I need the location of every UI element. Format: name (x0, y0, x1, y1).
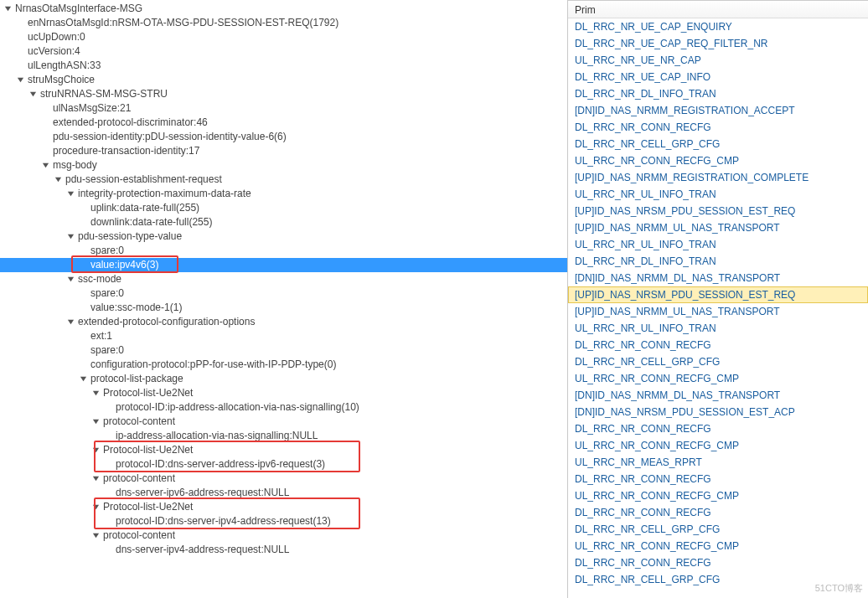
tree-node-label: procedure-transaction-identity:17 (53, 144, 199, 158)
prim-item[interactable]: DL_RRC_NR_UE_CAP_INFO (568, 69, 868, 85)
prim-item[interactable]: DL_RRC_NR_CONN_RECFG (568, 420, 868, 437)
tree-row[interactable]: ulNasMsgSize:21 (0, 101, 567, 116)
tree-expand-icon[interactable] (66, 275, 75, 284)
prim-item[interactable]: DL_RRC_NR_CELL_GRP_CFG (568, 136, 868, 152)
tree-row[interactable]: Protocol-list-Ue2Net (0, 500, 567, 514)
tree-row[interactable]: protocol-content (0, 472, 567, 486)
tree-row[interactable]: NrnasOtaMsgInterface-MSG (0, 2, 567, 16)
tree-row[interactable]: downlink:data-rate-full(255) (0, 215, 567, 229)
tree-row[interactable]: extended-protocol-discriminator:46 (0, 116, 567, 130)
prim-list[interactable]: DL_RRC_NR_UE_CAP_ENQUIRYDL_RRC_NR_UE_CAP… (568, 18, 868, 588)
tree-row[interactable]: ucUpDown:0 (0, 30, 567, 44)
tree-expand-icon[interactable] (79, 374, 88, 384)
tree-node-label: extended-protocol-configuration-options (78, 315, 255, 329)
tree-row[interactable]: configuration-protocol:pPP-for-use-with-… (0, 358, 567, 372)
prim-item[interactable]: DL_RRC_NR_DL_INFO_TRAN (568, 253, 868, 270)
tree-node-label: struMsgChoice (28, 73, 95, 87)
tree-row[interactable]: spare:0 (0, 286, 567, 301)
tree-row[interactable]: ext:1 (0, 329, 567, 343)
tree-expand-icon[interactable] (16, 75, 25, 85)
prim-item[interactable]: DL_RRC_NR_CONN_RECFG (568, 337, 868, 353)
tree-expand-icon[interactable] (41, 161, 50, 170)
tree-row[interactable]: struNRNAS-SM-MSG-STRU (0, 87, 567, 101)
tree-row[interactable]: Protocol-list-Ue2Net (0, 386, 567, 400)
tree-expand-icon[interactable] (54, 175, 63, 184)
prim-item[interactable]: DL_RRC_NR_CELL_GRP_CFG (568, 521, 868, 538)
tree-row[interactable]: ucVersion:4 (0, 44, 567, 59)
tree-row[interactable]: ip-address-allocation-via-nas-signalling… (0, 429, 567, 443)
tree-expand-icon[interactable] (66, 317, 75, 327)
tree-expand-icon[interactable] (91, 474, 101, 483)
tree-row[interactable]: dns-server-ipv4-address-request:NULL (0, 543, 567, 557)
tree-row[interactable]: procedure-transaction-identity:17 (0, 144, 567, 158)
prim-item[interactable]: DL_RRC_NR_CONN_RECFG (568, 504, 868, 521)
tree-no-icon (16, 47, 25, 56)
tree-node-label: ucUpDown:0 (28, 30, 85, 44)
tree-row[interactable]: protocol-content (0, 415, 567, 429)
tree-expand-icon[interactable] (91, 417, 101, 426)
tree-no-icon (41, 104, 50, 113)
tree-node-label: protocol-ID:dns-server-ipv4-address-requ… (116, 514, 331, 528)
tree-row[interactable]: value:ssc-mode-1(1) (0, 301, 567, 315)
tree-row[interactable]: protocol-content (0, 528, 567, 543)
tree-row[interactable]: enNrnasOtaMsgId:nRSM-OTA-MSG-PDU-SESSION… (0, 16, 567, 30)
tree-row[interactable]: pdu-session-establishment-request (0, 173, 567, 187)
tree-row[interactable]: spare:0 (0, 244, 567, 258)
tree-expand-icon[interactable] (91, 531, 101, 540)
tree-expand-icon[interactable] (66, 232, 75, 241)
prim-item[interactable]: DL_RRC_NR_UE_CAP_ENQUIRY (568, 18, 868, 35)
tree-row[interactable]: dns-server-ipv6-address-request:NULL (0, 486, 567, 500)
tree-row[interactable]: ulLengthASN:33 (0, 59, 567, 73)
prim-item[interactable]: [DN]ID_NAS_NRMM_DL_NAS_TRANSPORT (568, 270, 868, 286)
prim-item[interactable]: [DN]ID_NAS_NRMM_DL_NAS_TRANSPORT (568, 387, 868, 404)
tree-row[interactable]: pdu-session-identity:pDU-session-identit… (0, 130, 567, 144)
tree-row[interactable]: ssc-mode (0, 272, 567, 286)
tree-expand-icon[interactable] (66, 189, 75, 198)
prim-item[interactable]: DL_RRC_NR_CONN_RECFG (568, 471, 868, 487)
prim-item[interactable]: [UP]ID_NAS_NRMM_REGISTRATION_COMPLETE (568, 169, 868, 186)
tree-row[interactable]: struMsgChoice (0, 73, 567, 87)
tree-row[interactable]: msg-body (0, 158, 567, 173)
tree-row[interactable]: protocol-ID:dns-server-ipv4-address-requ… (0, 514, 567, 528)
message-tree[interactable]: NrnasOtaMsgInterface-MSGenNrnasOtaMsgId:… (0, 0, 567, 582)
prim-item[interactable]: UL_RRC_NR_MEAS_RPRT (568, 454, 868, 471)
prim-item[interactable]: UL_RRC_NR_CONN_RECFG_CMP (568, 437, 868, 454)
prim-item[interactable]: [UP]ID_NAS_NRMM_UL_NAS_TRANSPORT (568, 303, 868, 320)
tree-row[interactable]: protocol-ID:dns-server-address-ipv6-requ… (0, 457, 567, 472)
prim-item[interactable]: [DN]ID_NAS_NRSM_PDU_SESSION_EST_ACP (568, 404, 868, 420)
tree-row[interactable]: protocol-list-package (0, 372, 567, 386)
prim-list-pane[interactable]: Prim DL_RRC_NR_UE_CAP_ENQUIRYDL_RRC_NR_U… (568, 0, 868, 598)
prim-item[interactable]: UL_RRC_NR_UL_INFO_TRAN (568, 320, 868, 337)
prim-item[interactable]: UL_RRC_NR_CONN_RECFG_CMP (568, 370, 868, 387)
prim-item[interactable]: [UP]ID_NAS_NRSM_PDU_SESSION_EST_REQ (568, 286, 868, 303)
tree-node-label: struNRNAS-SM-MSG-STRU (40, 87, 168, 101)
prim-item[interactable]: UL_RRC_NR_CONN_RECFG_CMP (568, 538, 868, 554)
prim-item[interactable]: DL_RRC_NR_CONN_RECFG (568, 554, 868, 571)
tree-row[interactable]: Protocol-list-Ue2Net (0, 443, 567, 457)
tree-row[interactable]: value:ipv4v6(3) (0, 258, 567, 272)
prim-item[interactable]: UL_RRC_NR_UL_INFO_TRAN (568, 186, 868, 203)
tree-expand-icon[interactable] (91, 503, 101, 512)
prim-item[interactable]: UL_RRC_NR_UL_INFO_TRAN (568, 236, 868, 253)
prim-item[interactable]: DL_RRC_NR_DL_INFO_TRAN (568, 85, 868, 102)
tree-expand-icon[interactable] (28, 90, 38, 99)
prim-item[interactable]: [UP]ID_NAS_NRMM_UL_NAS_TRANSPORT (568, 219, 868, 236)
prim-item[interactable]: UL_RRC_NR_CONN_RECFG_CMP (568, 152, 868, 169)
tree-expand-icon[interactable] (91, 446, 101, 455)
prim-item[interactable]: [UP]ID_NAS_NRSM_PDU_SESSION_EST_REQ (568, 203, 868, 219)
prim-item[interactable]: DL_RRC_NR_CONN_RECFG (568, 119, 868, 136)
message-tree-pane[interactable]: NrnasOtaMsgInterface-MSGenNrnasOtaMsgId:… (0, 0, 568, 598)
tree-row[interactable]: spare:0 (0, 343, 567, 358)
prim-item[interactable]: UL_RRC_NR_UE_NR_CAP (568, 52, 868, 69)
prim-item[interactable]: UL_RRC_NR_CONN_RECFG_CMP (568, 487, 868, 504)
tree-row[interactable]: uplink:data-rate-full(255) (0, 201, 567, 215)
tree-row[interactable]: pdu-session-type-value (0, 229, 567, 244)
prim-item[interactable]: DL_RRC_NR_UE_CAP_REQ_FILTER_NR (568, 35, 868, 52)
tree-row[interactable]: protocol-ID:ip-address-allocation-via-na… (0, 400, 567, 415)
prim-item[interactable]: [DN]ID_NAS_NRMM_REGISTRATION_ACCEPT (568, 102, 868, 119)
tree-row[interactable]: integrity-protection-maximum-data-rate (0, 187, 567, 201)
tree-row[interactable]: extended-protocol-configuration-options (0, 315, 567, 329)
prim-item[interactable]: DL_RRC_NR_CELL_GRP_CFG (568, 353, 868, 370)
tree-expand-icon[interactable] (3, 4, 13, 13)
tree-expand-icon[interactable] (91, 389, 101, 398)
